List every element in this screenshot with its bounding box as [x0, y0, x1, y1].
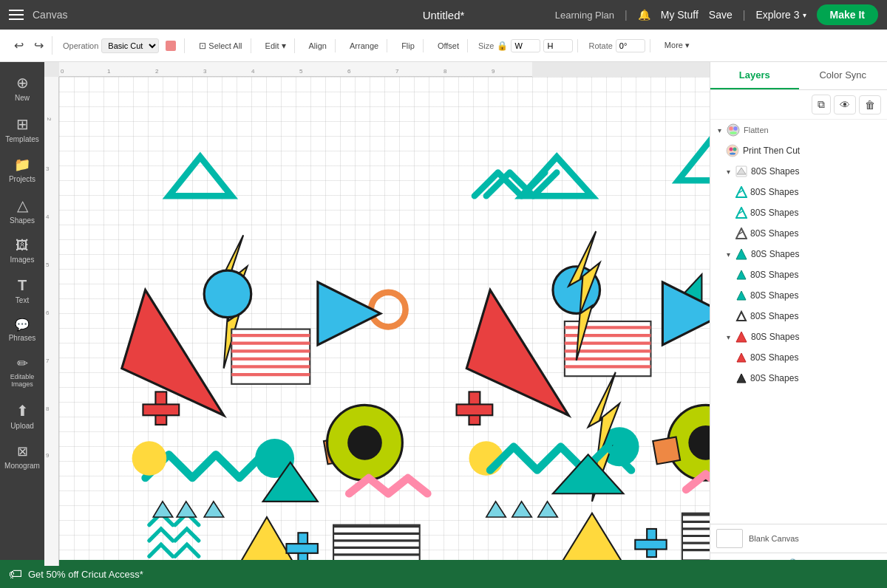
- undo-icon: ↩: [14, 38, 24, 52]
- device-chevron-icon: ▾: [803, 11, 806, 19]
- layer-80s-group-2[interactable]: ▾ 80S Shapes: [710, 244, 887, 264]
- edit-label: Edit: [265, 41, 279, 50]
- arrange-button[interactable]: Arrange: [346, 39, 382, 52]
- save-button[interactable]: Save: [709, 9, 733, 21]
- svg-point-78: [730, 153, 735, 155]
- sidebar-item-phrases[interactable]: 💬 Phrases: [3, 312, 41, 348]
- tab-color-sync[interactable]: Color Sync: [799, 62, 888, 89]
- svg-marker-83: [736, 208, 747, 218]
- rotate-input[interactable]: [616, 39, 645, 52]
- promo-text: Get 50% off Cricut Access*: [28, 569, 143, 580]
- canvas-grid[interactable]: [59, 77, 710, 566]
- undo-button[interactable]: ↩: [10, 36, 27, 55]
- layer-80s-group-3[interactable]: ▾ 80S Shapes: [710, 327, 887, 347]
- document-title[interactable]: Untitled*: [423, 9, 465, 21]
- width-input[interactable]: [511, 39, 540, 52]
- eye-icon: 👁: [840, 99, 850, 111]
- layer-80s-1-3[interactable]: 80S Shapes: [710, 223, 887, 244]
- menu-button[interactable]: [9, 10, 24, 20]
- offset-button[interactable]: Offset: [434, 39, 463, 52]
- 80s-group-3-collapse[interactable]: ▾: [725, 333, 732, 341]
- offset-label: Offset: [438, 41, 459, 50]
- promo-bar[interactable]: 🏷 Get 50% off Cricut Access*: [0, 560, 887, 588]
- layer-80s-1-2[interactable]: 80S Shapes: [710, 202, 887, 223]
- blank-canvas-bar[interactable]: Blank Canvas: [710, 524, 887, 553]
- svg-point-11: [132, 441, 167, 476]
- promo-icon: 🏷: [9, 567, 22, 582]
- delete-layer-button[interactable]: 🗑: [859, 95, 881, 114]
- sidebar-item-projects[interactable]: 📁 Projects: [3, 151, 41, 189]
- layer-flatten-group[interactable]: ▾ Flatten: [710, 120, 887, 140]
- 80s-3-1-name: 80S Shapes: [750, 352, 881, 363]
- select-all-group: ⊡ Select All: [191, 38, 251, 53]
- 80s-group-2-name: 80S Shapes: [751, 249, 881, 259]
- svg-marker-18: [318, 282, 381, 345]
- sidebar-item-monogram[interactable]: ⊠ Monogram: [3, 437, 41, 476]
- layer-print-then-cut[interactable]: Print Then Cut: [710, 140, 887, 161]
- new-icon: ⊕: [16, 74, 29, 92]
- main-area: ⊕ New ⊞ Templates 📁 Projects △ Shapes 🖼 …: [0, 62, 887, 588]
- sidebar-item-editable-images[interactable]: ✏ Editable Images: [3, 349, 41, 394]
- select-all-button[interactable]: ⊡ Select All: [195, 38, 245, 53]
- sidebar-item-new[interactable]: ⊕ New: [3, 68, 41, 108]
- 80s-1-3-name: 80S Shapes: [750, 228, 881, 239]
- edit-style-button[interactable]: [162, 38, 180, 53]
- flatten-collapse-btn[interactable]: ▾: [716, 126, 723, 134]
- text-label: Text: [16, 296, 29, 304]
- print-then-cut-name: Print Then Cut: [743, 146, 881, 156]
- operation-group: Operation Basic Cut: [58, 38, 185, 53]
- 80s-group-2-collapse[interactable]: ▾: [725, 250, 732, 259]
- edit-group: Edit ▾: [257, 38, 295, 53]
- layer-80s-2-1[interactable]: 80S Shapes: [710, 264, 887, 285]
- projects-icon: 📁: [14, 157, 30, 173]
- tab-layers[interactable]: Layers: [710, 62, 799, 89]
- svg-rect-54: [653, 437, 680, 465]
- 80s-group-1-collapse[interactable]: ▾: [725, 168, 732, 176]
- operation-label: Operation: [63, 41, 98, 50]
- offset-group: Offset: [429, 39, 468, 52]
- operation-select[interactable]: Basic Cut: [101, 38, 159, 53]
- 80s-2-3-icon: [735, 310, 747, 322]
- svg-point-9: [204, 270, 251, 318]
- layer-80s-3-1[interactable]: 80S Shapes: [710, 347, 887, 368]
- redo-button[interactable]: ↪: [30, 36, 47, 55]
- device-selector[interactable]: Explore 3 ▾: [755, 9, 806, 21]
- images-icon: 🖼: [16, 238, 29, 253]
- svg-marker-90: [737, 312, 746, 321]
- images-label: Images: [10, 256, 35, 264]
- select-all-label: Select All: [208, 41, 242, 50]
- sidebar-item-shapes[interactable]: △ Shapes: [3, 191, 41, 230]
- layer-80s-2-2[interactable]: 80S Shapes: [710, 285, 887, 306]
- flatten-group-icon: [726, 123, 741, 137]
- 80s-last-name: 80S Shapes: [750, 373, 881, 383]
- make-it-button[interactable]: Make It: [817, 4, 878, 25]
- svg-marker-0: [169, 157, 231, 196]
- svg-point-75: [727, 145, 738, 157]
- height-input[interactable]: [543, 39, 573, 52]
- select-all-icon: ⊡: [199, 41, 206, 51]
- print-then-cut-icon: [725, 143, 740, 158]
- visibility-layer-button[interactable]: 👁: [834, 95, 856, 114]
- my-stuff-button[interactable]: My Stuff: [661, 9, 699, 21]
- left-sidebar: ⊕ New ⊞ Templates 📁 Projects △ Shapes 🖼 …: [0, 62, 44, 588]
- sidebar-item-upload[interactable]: ⬆ Upload: [3, 396, 41, 436]
- sidebar-item-text[interactable]: T Text: [3, 271, 41, 310]
- layer-80s-2-3[interactable]: 80S Shapes: [710, 306, 887, 327]
- sidebar-item-images[interactable]: 🖼 Images: [3, 232, 41, 270]
- learning-plan-link[interactable]: Learning Plan: [555, 10, 614, 21]
- more-button[interactable]: More ▾: [661, 38, 693, 52]
- sidebar-item-templates[interactable]: ⊞ Templates: [3, 109, 41, 149]
- layer-80s-group-1[interactable]: ▾ 80S Shapes: [710, 161, 887, 182]
- edit-button[interactable]: Edit ▾: [262, 38, 290, 53]
- svg-marker-56: [561, 513, 624, 564]
- bell-icon[interactable]: 🔔: [638, 9, 650, 21]
- align-button[interactable]: Align: [305, 39, 330, 52]
- flip-button[interactable]: Flip: [398, 39, 418, 52]
- monogram-label: Monogram: [4, 462, 40, 470]
- layer-80s-1-1[interactable]: 80S Shapes: [710, 182, 887, 202]
- canvas-area[interactable]: 0 1 2 3 4 5 6 7 8 9 10 11 2 3 4 5 6 7 8 …: [44, 62, 710, 588]
- svg-point-20: [347, 425, 382, 460]
- layer-80s-last[interactable]: 80S Shapes: [710, 368, 887, 389]
- svg-point-76: [730, 148, 733, 151]
- duplicate-layer-button[interactable]: ⧉: [812, 95, 831, 114]
